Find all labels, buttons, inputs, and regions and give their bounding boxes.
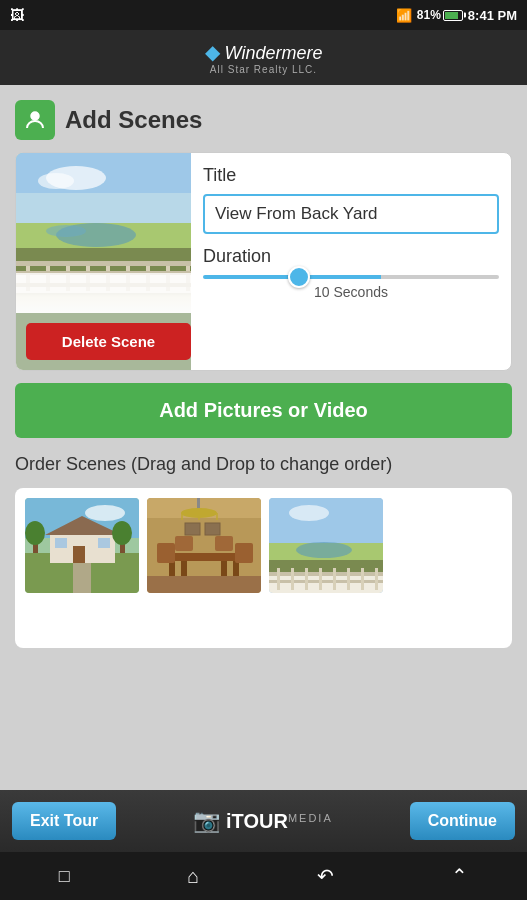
battery-box [443, 10, 463, 21]
scene-image [16, 153, 191, 313]
svg-point-36 [112, 521, 132, 545]
itour-text: iTOURMEDIA [226, 810, 333, 833]
svg-rect-20 [16, 261, 191, 266]
itour-brand: 📷 iTOURMEDIA [193, 808, 333, 834]
add-pictures-button[interactable]: Add Pictures or Video [15, 383, 512, 438]
svg-rect-53 [185, 523, 200, 535]
svg-rect-29 [73, 546, 85, 563]
duration-slider[interactable] [203, 275, 499, 279]
delete-scene-button[interactable]: Delete Scene [26, 323, 191, 360]
svg-rect-49 [157, 543, 175, 563]
svg-point-5 [38, 173, 74, 189]
section-header: Add Scenes [15, 100, 512, 140]
delete-btn-wrapper[interactable]: Delete Scene [16, 313, 191, 370]
svg-rect-54 [205, 523, 220, 535]
duration-section: Duration 10 Seconds [203, 246, 499, 300]
svg-point-8 [46, 225, 86, 237]
svg-rect-67 [305, 568, 308, 590]
clock: 8:41 PM [468, 8, 517, 23]
order-scenes-title: Order Scenes (Drag and Drop to change or… [15, 453, 512, 476]
status-right: 📶 81% 8:41 PM [396, 8, 517, 23]
svg-point-58 [289, 505, 329, 521]
svg-rect-9 [16, 248, 191, 273]
status-left: 🖼 [10, 7, 24, 23]
main-content: Add Scenes [0, 85, 527, 790]
continue-button[interactable]: Continue [410, 802, 515, 840]
svg-rect-32 [73, 563, 91, 593]
svg-point-34 [25, 521, 45, 545]
battery-indicator: 81% [417, 8, 463, 22]
svg-rect-65 [277, 568, 280, 590]
svg-rect-44 [165, 553, 243, 561]
title-input[interactable] [203, 194, 499, 234]
title-label: Title [203, 165, 499, 186]
add-scenes-icon [15, 100, 55, 140]
exit-tour-button[interactable]: Exit Tour [12, 802, 116, 840]
brand-sub: All Star Realty LLC. [205, 64, 323, 75]
slider-container: 10 Seconds [203, 275, 499, 300]
svg-rect-55 [147, 576, 261, 593]
svg-rect-51 [175, 536, 193, 551]
nav-bar: □ ⌂ ↶ ⌃ [0, 852, 527, 900]
svg-rect-69 [333, 568, 336, 590]
recent-apps-icon[interactable]: □ [51, 858, 78, 895]
menu-icon[interactable]: ⌃ [443, 856, 476, 896]
list-item[interactable] [25, 498, 139, 593]
svg-rect-66 [291, 568, 294, 590]
diamond-icon: ◆ [205, 41, 220, 63]
scenes-grid-container [15, 488, 512, 648]
svg-point-25 [85, 505, 125, 521]
svg-point-60 [296, 542, 352, 558]
scene-details: Title Duration 10 Seconds [191, 153, 511, 370]
battery-fill [445, 12, 458, 19]
photo-icon: 🖼 [10, 7, 24, 23]
svg-rect-21 [16, 271, 191, 275]
svg-rect-10 [16, 271, 191, 293]
battery-pct-text: 81% [417, 8, 441, 22]
home-icon[interactable]: ⌂ [179, 857, 207, 896]
wifi-icon: 📶 [396, 8, 412, 23]
scene-card: Delete Scene Title Duration 10 Seconds [15, 152, 512, 371]
section-title: Add Scenes [65, 106, 202, 134]
svg-rect-68 [319, 568, 322, 590]
svg-rect-64 [269, 580, 383, 583]
scene-thumbnail: Delete Scene [16, 153, 191, 370]
svg-rect-72 [375, 568, 378, 590]
scenes-grid [25, 498, 502, 593]
svg-rect-70 [347, 568, 350, 590]
svg-rect-22 [16, 283, 191, 287]
brand-container: ◆ Windermere All Star Realty LLC. [205, 40, 323, 75]
svg-rect-52 [215, 536, 233, 551]
list-item[interactable] [269, 498, 383, 593]
svg-rect-30 [55, 538, 67, 548]
top-bar: ◆ Windermere All Star Realty LLC. [0, 30, 527, 85]
svg-rect-63 [269, 572, 383, 576]
svg-rect-57 [269, 498, 383, 543]
duration-value: 10 Seconds [314, 284, 388, 300]
camera-icon: 📷 [193, 808, 220, 834]
svg-rect-50 [235, 543, 253, 563]
back-icon[interactable]: ↶ [309, 856, 342, 896]
brand-name: ◆ Windermere [205, 40, 323, 64]
svg-rect-31 [98, 538, 110, 548]
svg-rect-3 [16, 193, 191, 223]
list-item[interactable] [147, 498, 261, 593]
itour-media-text: MEDIA [288, 811, 333, 823]
svg-rect-71 [361, 568, 364, 590]
bottom-toolbar: Exit Tour 📷 iTOURMEDIA Continue [0, 790, 527, 852]
duration-label: Duration [203, 246, 499, 267]
status-bar: 🖼 📶 81% 8:41 PM [0, 0, 527, 30]
